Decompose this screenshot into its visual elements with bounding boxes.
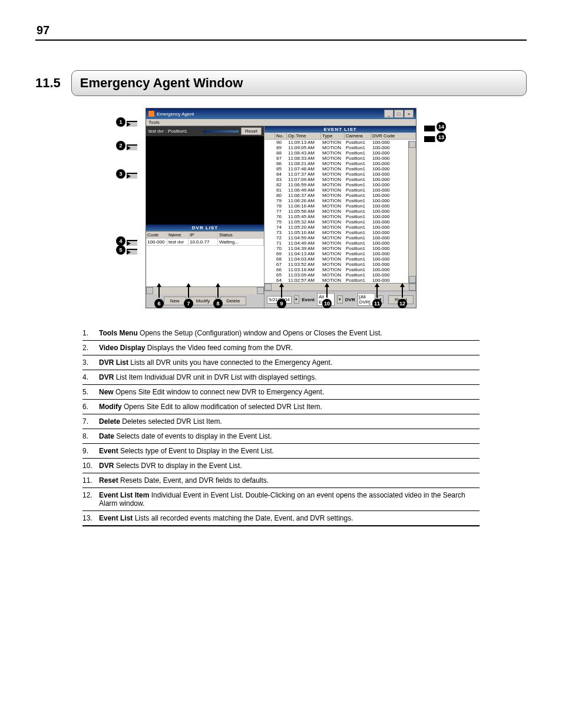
event-list-item[interactable]: 7111:04:49 AMMOTIONPosition1100-000 <box>265 241 416 246</box>
event-list-item[interactable]: 8811:08:43 AMMOTIONPosition1100-000 <box>265 150 416 156</box>
video-header: test dvr : Position1 Reset <box>146 126 264 136</box>
callout-arrow <box>186 283 191 298</box>
event-list-item[interactable]: 7311:05:10 AMMOTIONPosition1100-000 <box>265 230 416 235</box>
menubar: Tools <box>146 119 416 126</box>
callout-arrow <box>216 283 220 298</box>
event-list-item[interactable]: 6711:03:52 AMMOTIONPosition1100-000 <box>265 262 416 267</box>
delete-button[interactable]: Delete <box>220 297 246 305</box>
callout-arrow <box>375 283 379 298</box>
event-list-item[interactable]: 7811:06:16 AMMOTIONPosition1100-000 <box>265 203 416 209</box>
event-col <box>265 133 275 140</box>
new-button[interactable]: New <box>164 297 186 305</box>
callout-marker: 6 <box>154 299 164 308</box>
callout-arrow <box>424 136 435 142</box>
event-vscrollbar[interactable] <box>408 141 416 283</box>
window-titlebar[interactable]: Emergency Agent _ □ × <box>146 108 416 119</box>
event-col: Op.Time <box>287 133 321 140</box>
event-list-item[interactable]: 6411:02:57 AMMOTIONPosition1100-000 <box>265 278 416 283</box>
callout-marker: 11 <box>372 299 382 308</box>
dvr-list-title: DVR LIST <box>146 225 264 231</box>
event-list-item[interactable]: 8211:06:59 AMMOTIONPosition1100-000 <box>265 182 416 187</box>
video-reset-button[interactable]: Reset <box>241 127 262 135</box>
app-icon <box>148 111 154 117</box>
dvr-list-item[interactable]: 100-000 test dvr 10.0.0.77 Waiting... <box>146 239 264 246</box>
event-list-item[interactable]: 7211:04:59 AMMOTIONPosition1100-000 <box>265 235 416 241</box>
callout-arrow <box>127 121 137 127</box>
callout-arrow <box>279 283 284 298</box>
modify-button[interactable]: Modify <box>190 297 217 305</box>
section-title: Emergency Agent Window <box>71 70 527 96</box>
event-list[interactable]: No. Op.Time Type Camera DVR Code 9011:09… <box>265 133 416 283</box>
legend-item: 11.Reset Resets Date, Event, and DVR fie… <box>82 473 480 488</box>
dvr-col-status: Status <box>218 232 264 239</box>
legend-item: 10.DVR Selects DVR to display in the Eve… <box>82 459 480 473</box>
event-hscrollbar[interactable] <box>265 283 416 291</box>
event-col: Camera <box>345 133 371 140</box>
callout-arrow <box>127 249 137 255</box>
callout-marker: 8 <box>213 299 223 308</box>
window-title: Emergency Agent <box>157 111 194 117</box>
event-list-item[interactable]: 7511:05:32 AMMOTIONPosition1100-000 <box>265 219 416 225</box>
callout-marker: 4 <box>116 236 125 246</box>
callout-marker: 9 <box>277 299 286 308</box>
event-list-item[interactable]: 8011:06:37 AMMOTIONPosition1100-000 <box>265 193 416 198</box>
chevron-down-icon[interactable]: ▾ <box>294 295 300 304</box>
event-list-item[interactable]: 7711:05:58 AMMOTIONPosition1100-000 <box>265 209 416 214</box>
dvr-hscrollbar[interactable] <box>146 286 264 294</box>
page-rule <box>35 39 527 41</box>
event-list-title: EVENT LIST <box>265 126 416 133</box>
event-list-item[interactable]: 9011:09:13 AMMOTIONPosition1100-000 <box>265 140 416 145</box>
chevron-down-icon[interactable]: ▾ <box>337 295 343 304</box>
filter-bar: 5/21/2004 ▾ Event All Event ▾ DVR [All D… <box>265 291 416 308</box>
legend-list: 1.Tools Menu Opens the Setup (Configurat… <box>82 326 480 526</box>
callout-arrow <box>127 144 137 150</box>
dvr-col-code: Code <box>146 232 167 239</box>
section-header: 11.5 Emergency Agent Window <box>35 70 527 96</box>
legend-item: 4.DVR List Item Individual DVR unit in D… <box>82 370 480 385</box>
legend-item: 9.Event Selects type of Event to Display… <box>82 444 480 459</box>
dvr-cell: 10.0.0.77 <box>189 239 218 246</box>
callout-marker: 13 <box>437 133 446 142</box>
legend-item: 8.Date Selects date of events to display… <box>82 429 480 444</box>
event-list-item[interactable]: 7011:04:39 AMMOTIONPosition1100-000 <box>265 246 416 251</box>
minimize-icon[interactable]: _ <box>384 110 394 118</box>
legend-item: 6.Modify Opens Site Edit to allow modifi… <box>82 400 480 414</box>
event-list-item[interactable]: 7911:06:26 AMMOTIONPosition1100-000 <box>265 198 416 203</box>
maximize-icon[interactable]: □ <box>394 110 404 118</box>
event-list-item[interactable]: 6511:03:09 AMMOTIONPosition1100-000 <box>265 272 416 278</box>
dvr-col-name: Name <box>167 232 189 239</box>
legend-item: 1.Tools Menu Opens the Setup (Configurat… <box>82 326 480 341</box>
event-list-item[interactable]: 7611:05:45 AMMOTIONPosition1100-000 <box>265 214 416 219</box>
dvr-list-header: Code Name IP Status <box>146 232 264 239</box>
event-col: DVR Code <box>371 133 416 140</box>
dvr-cell: Waiting... <box>218 239 264 246</box>
menu-tools[interactable]: Tools <box>148 120 160 125</box>
dvr-cell: test dvr <box>167 239 189 246</box>
legend-item: 7.Delete Deletes selected DVR List Item. <box>82 414 480 429</box>
event-col: No. <box>275 133 287 140</box>
event-list-item[interactable]: 8511:07:48 AMMOTIONPosition1100-000 <box>265 166 416 172</box>
event-list-item[interactable]: 8111:06:49 AMMOTIONPosition1100-000 <box>265 187 416 193</box>
event-list-item[interactable]: 6611:03:18 AMMOTIONPosition1100-000 <box>265 267 416 272</box>
legend-item: 3.DVR List Lists all DVR units you have … <box>82 355 480 370</box>
dvr-cell: 100-000 <box>146 239 167 246</box>
callout-arrow <box>127 173 137 179</box>
callout-arrow <box>127 240 137 246</box>
event-list-item[interactable]: 8711:08:33 AMMOTIONPosition1100-000 <box>265 156 416 161</box>
event-list-item[interactable]: 8411:07:37 AMMOTIONPosition1100-000 <box>265 172 416 177</box>
video-display[interactable] <box>146 136 264 225</box>
event-col: Type <box>321 133 345 140</box>
event-list-item[interactable]: 6911:04:13 AMMOTIONPosition1100-000 <box>265 251 416 256</box>
event-list-item[interactable]: 7411:05:20 AMMOTIONPosition1100-000 <box>265 225 416 230</box>
dvr-label: DVR <box>345 297 355 302</box>
event-list-item[interactable]: 8311:07:09 AMMOTIONPosition1100-000 <box>265 177 416 182</box>
event-list-item[interactable]: 8611:08:21 AMMOTIONPosition1100-000 <box>265 161 416 166</box>
event-list-item[interactable]: 8911:09:05 AMMOTIONPosition1100-000 <box>265 145 416 150</box>
event-list-item[interactable]: 6811:04:03 AMMOTIONPosition1100-000 <box>265 256 416 262</box>
callout-marker: 7 <box>184 299 193 308</box>
event-label: Event <box>302 297 315 302</box>
callout-arrow <box>325 283 329 298</box>
callout-marker: 2 <box>116 141 125 150</box>
close-icon[interactable]: × <box>404 110 414 118</box>
callout-arrow <box>157 283 161 298</box>
